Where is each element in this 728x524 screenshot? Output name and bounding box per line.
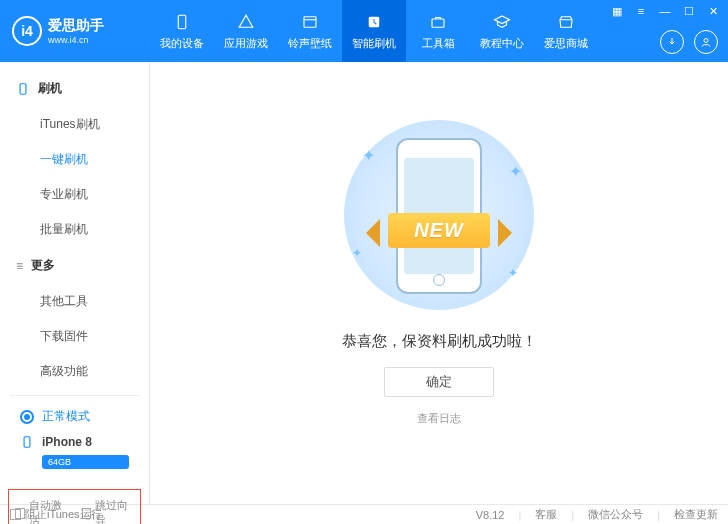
main-panel: ✦ ✦ ✦ ✦ NEW 恭喜您，保资料刷机成功啦！ 确定 查看日志 xyxy=(150,62,728,504)
sidebar-group-more: ≡更多 xyxy=(0,247,149,284)
update-link[interactable]: 检查更新 xyxy=(674,507,718,522)
apps-icon xyxy=(236,12,256,32)
new-ribbon: NEW xyxy=(388,213,490,248)
checkbox-block-itunes[interactable]: 阻止iTunes运行 xyxy=(10,507,102,522)
view-log-link[interactable]: 查看日志 xyxy=(417,411,461,426)
sidebar-group-flash: 刷机 xyxy=(0,70,149,107)
tab-store[interactable]: 爱思商城 xyxy=(534,0,598,62)
title-bar: i4 爱思助手 www.i4.cn 我的设备 应用游戏 铃声壁纸 智能刷机 工具… xyxy=(0,0,728,62)
toolbox-icon xyxy=(428,12,448,32)
sidebar-item-itunes[interactable]: iTunes刷机 xyxy=(0,107,149,142)
logo-icon: i4 xyxy=(12,16,42,46)
minimize-button[interactable]: — xyxy=(656,4,674,18)
svg-point-4 xyxy=(704,39,708,43)
wechat-link[interactable]: 微信公众号 xyxy=(588,507,643,522)
sidebar-item-batch[interactable]: 批量刷机 xyxy=(0,212,149,247)
sparkle-icon: ✦ xyxy=(508,266,518,280)
tab-tools[interactable]: 工具箱 xyxy=(406,0,470,62)
logo: i4 爱思助手 www.i4.cn xyxy=(0,16,150,46)
sidebar-item-pro[interactable]: 专业刷机 xyxy=(0,177,149,212)
sidebar-item-other[interactable]: 其他工具 xyxy=(0,284,149,319)
svg-rect-3 xyxy=(432,19,444,27)
sparkle-icon: ✦ xyxy=(509,162,522,181)
logo-url: www.i4.cn xyxy=(48,35,104,45)
svg-rect-5 xyxy=(20,83,26,94)
menu-icon[interactable]: ≡ xyxy=(632,4,650,18)
media-icon xyxy=(300,12,320,32)
device-row[interactable]: iPhone 8 xyxy=(20,429,129,455)
storage-badge: 64GB xyxy=(42,455,129,469)
tab-apps[interactable]: 应用游戏 xyxy=(214,0,278,62)
maximize-button[interactable]: ☐ xyxy=(680,4,698,18)
version-label: V8.12 xyxy=(476,509,505,521)
device-icon xyxy=(172,12,192,32)
svg-rect-1 xyxy=(304,16,316,27)
tab-media[interactable]: 铃声壁纸 xyxy=(278,0,342,62)
svg-rect-6 xyxy=(24,437,30,448)
flash-icon xyxy=(364,12,384,32)
window-controls: ▦ ≡ — ☐ ✕ xyxy=(608,4,722,18)
sidebar: 刷机 iTunes刷机 一键刷机 专业刷机 批量刷机 ≡更多 其他工具 下载固件… xyxy=(0,62,150,504)
tab-tutorial[interactable]: 教程中心 xyxy=(470,0,534,62)
svg-rect-0 xyxy=(178,15,186,29)
main-tabs: 我的设备 应用游戏 铃声壁纸 智能刷机 工具箱 教程中心 爱思商城 xyxy=(150,0,598,62)
mode-dot-icon xyxy=(20,410,34,424)
support-link[interactable]: 客服 xyxy=(535,507,557,522)
ok-button[interactable]: 确定 xyxy=(384,367,494,397)
mode-row[interactable]: 正常模式 xyxy=(20,404,129,429)
close-button[interactable]: ✕ xyxy=(704,4,722,18)
logo-name: 爱思助手 xyxy=(48,17,104,35)
tab-flash[interactable]: 智能刷机 xyxy=(342,0,406,62)
success-illustration: ✦ ✦ ✦ ✦ NEW xyxy=(334,120,544,310)
tab-my-device[interactable]: 我的设备 xyxy=(150,0,214,62)
sparkle-icon: ✦ xyxy=(362,146,375,165)
sidebar-item-download[interactable]: 下载固件 xyxy=(0,319,149,354)
download-button[interactable] xyxy=(660,30,684,54)
layout-icon[interactable]: ▦ xyxy=(608,4,626,18)
tutorial-icon xyxy=(492,12,512,32)
success-message: 恭喜您，保资料刷机成功啦！ xyxy=(342,332,537,351)
user-button[interactable] xyxy=(694,30,718,54)
sidebar-item-advanced[interactable]: 高级功能 xyxy=(0,354,149,389)
sidebar-item-oneclick[interactable]: 一键刷机 xyxy=(0,142,149,177)
store-icon xyxy=(556,12,576,32)
